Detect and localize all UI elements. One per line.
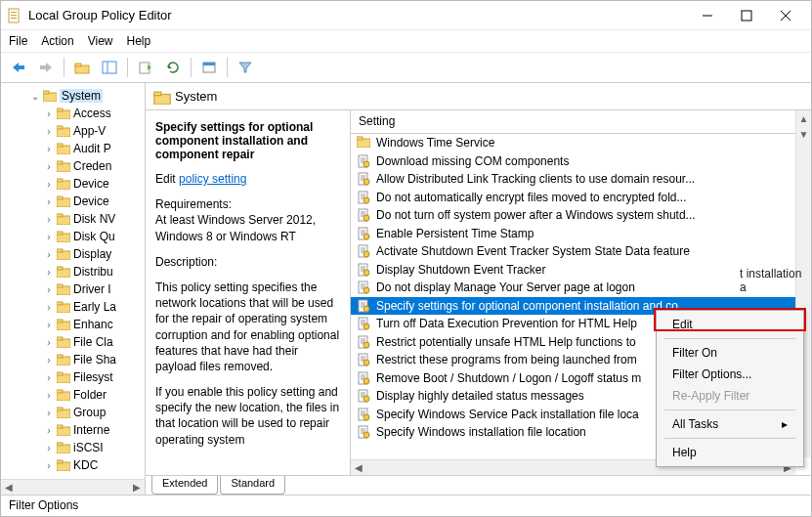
menu-view[interactable]: View bbox=[88, 34, 113, 48]
setting-label: Restrict potentially unsafe HTML Help fu… bbox=[376, 335, 636, 349]
expand-icon[interactable]: › bbox=[44, 460, 54, 471]
expand-icon[interactable]: › bbox=[44, 249, 54, 260]
tree-node[interactable]: ›Disk NV bbox=[5, 210, 145, 228]
tab-standard[interactable]: Standard bbox=[220, 476, 285, 495]
expand-icon[interactable]: › bbox=[44, 337, 54, 348]
column-header-setting[interactable]: Setting bbox=[351, 110, 811, 134]
svg-point-112 bbox=[363, 323, 369, 329]
expand-icon[interactable]: › bbox=[44, 108, 54, 119]
ctx-all-tasks[interactable]: All Tasks▸ bbox=[659, 413, 801, 435]
edit-policy-link[interactable]: policy setting bbox=[179, 172, 246, 186]
tree-node[interactable]: ›File Sha bbox=[5, 351, 145, 368]
tree-node-system[interactable]: ⌄ System bbox=[5, 87, 145, 105]
settings-item-row[interactable]: Activate Shutdown Event Tracker System S… bbox=[351, 242, 811, 261]
properties-button[interactable] bbox=[197, 57, 221, 78]
scroll-down-icon[interactable]: ▼ bbox=[796, 126, 811, 142]
tree-node[interactable]: ›File Cla bbox=[5, 333, 145, 351]
expand-icon[interactable]: › bbox=[44, 408, 54, 418]
settings-item-row[interactable]: Allow Distributed Link Tracking clients … bbox=[351, 170, 811, 189]
settings-folder-row[interactable]: Windows Time Service bbox=[351, 134, 811, 152]
expand-icon[interactable]: › bbox=[44, 443, 54, 453]
expand-icon[interactable]: › bbox=[44, 267, 54, 278]
tree-node[interactable]: ›Audit P bbox=[5, 140, 145, 157]
maximize-button[interactable] bbox=[727, 2, 766, 29]
tree-node[interactable]: ›Access bbox=[5, 105, 145, 122]
tree-h-scrollbar[interactable]: ◀▶ bbox=[1, 479, 145, 495]
menu-action[interactable]: Action bbox=[41, 34, 73, 48]
setting-label: Display highly detailed status messages bbox=[376, 389, 584, 403]
tree-node[interactable]: ›Creden bbox=[5, 157, 145, 175]
ctx-filter-options[interactable]: Filter Options... bbox=[659, 364, 801, 385]
description-pane: Specify settings for optional component … bbox=[146, 110, 351, 475]
ctx-edit[interactable]: Edit bbox=[659, 314, 801, 335]
svg-rect-5 bbox=[742, 11, 751, 21]
expand-icon[interactable]: › bbox=[44, 425, 54, 436]
tree-label: Device bbox=[73, 194, 109, 208]
ctx-filter-on[interactable]: Filter On bbox=[659, 342, 801, 364]
expand-icon[interactable]: › bbox=[44, 196, 54, 207]
tree-node[interactable]: ›Filesyst bbox=[5, 368, 145, 386]
policy-icon bbox=[357, 244, 370, 258]
refresh-button[interactable] bbox=[161, 57, 185, 78]
setting-label: Download missing COM components bbox=[376, 154, 569, 168]
ctx-help[interactable]: Help bbox=[659, 442, 801, 463]
tab-extended[interactable]: Extended bbox=[151, 476, 218, 495]
expand-icon[interactable]: › bbox=[44, 372, 54, 383]
tree[interactable]: ⌄ System ›Access›App-V›Audit P›Creden›De… bbox=[1, 83, 145, 495]
window-title: Local Group Policy Editor bbox=[28, 8, 688, 22]
tree-node[interactable]: ›iSCSI bbox=[5, 439, 145, 456]
back-button[interactable] bbox=[7, 57, 30, 78]
tree-node[interactable]: ›Folder bbox=[5, 386, 145, 404]
menu-help[interactable]: Help bbox=[127, 34, 151, 48]
tree-node[interactable]: ›Display bbox=[5, 245, 145, 263]
expand-icon[interactable]: › bbox=[44, 355, 54, 366]
svg-point-127 bbox=[363, 378, 369, 384]
tree-node[interactable]: ›Driver I bbox=[5, 280, 145, 298]
tree-node[interactable]: ›App-V bbox=[5, 122, 145, 140]
tree-node[interactable]: ›Disk Qu bbox=[5, 228, 145, 245]
expand-icon[interactable]: › bbox=[44, 179, 54, 190]
expand-icon[interactable]: › bbox=[44, 302, 54, 313]
tree-node[interactable]: ›Interne bbox=[5, 421, 145, 439]
expand-icon[interactable]: › bbox=[44, 161, 54, 172]
tree-label: Driver I bbox=[73, 282, 111, 296]
expand-icon[interactable]: › bbox=[44, 284, 54, 295]
svg-rect-1 bbox=[11, 12, 17, 13]
expand-icon[interactable]: › bbox=[44, 390, 54, 401]
settings-item-row[interactable]: Do not automatically encrypt files moved… bbox=[351, 189, 811, 207]
settings-item-row[interactable]: Do not turn off system power after a Win… bbox=[351, 206, 811, 225]
tree-node[interactable]: ›Enhanc bbox=[5, 316, 145, 333]
tree-node[interactable]: ›Group bbox=[5, 404, 145, 421]
tree-node[interactable]: ›Device bbox=[5, 193, 145, 210]
settings-item-row[interactable]: Enable Persistent Time Stamp bbox=[351, 225, 811, 243]
setting-label: Allow Distributed Link Tracking clients … bbox=[376, 172, 695, 186]
tree-node[interactable]: ›Distribu bbox=[5, 263, 145, 280]
folder-icon bbox=[357, 136, 370, 150]
expand-icon[interactable]: › bbox=[44, 144, 54, 154]
export-button[interactable] bbox=[134, 57, 157, 78]
policy-icon bbox=[357, 227, 370, 240]
content-header: System bbox=[146, 83, 811, 110]
expand-icon[interactable]: › bbox=[44, 126, 54, 137]
minimize-button[interactable] bbox=[688, 2, 727, 29]
show-hide-tree-button[interactable] bbox=[98, 57, 121, 78]
tree-node[interactable]: ›Device bbox=[5, 175, 145, 193]
collapse-icon[interactable]: ⌄ bbox=[30, 91, 40, 102]
up-button[interactable] bbox=[70, 57, 94, 78]
tree-node[interactable]: ›Early La bbox=[5, 298, 145, 316]
close-button[interactable] bbox=[766, 2, 805, 29]
svg-rect-48 bbox=[57, 372, 63, 375]
expand-icon[interactable]: › bbox=[44, 232, 54, 242]
tree-node[interactable]: ›KDC bbox=[5, 456, 145, 474]
forward-button[interactable] bbox=[34, 57, 58, 78]
menu-file[interactable]: File bbox=[9, 34, 27, 48]
folder-icon bbox=[57, 442, 70, 453]
svg-point-77 bbox=[363, 197, 369, 203]
scroll-up-icon[interactable]: ▲ bbox=[796, 110, 811, 126]
filter-button[interactable] bbox=[234, 57, 257, 78]
expand-icon[interactable]: › bbox=[44, 320, 54, 330]
svg-rect-36 bbox=[57, 267, 63, 270]
expand-icon[interactable]: › bbox=[44, 214, 54, 225]
settings-item-row[interactable]: Download missing COM components bbox=[351, 152, 811, 171]
description-text-1: This policy setting specifies the networ… bbox=[155, 280, 340, 374]
